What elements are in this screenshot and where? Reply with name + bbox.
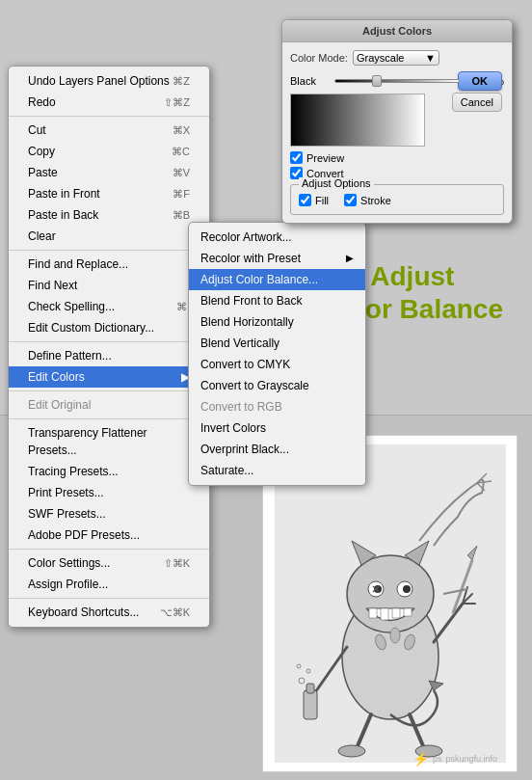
menu-item-undo[interactable]: Undo Layers Panel Options ⌘Z	[9, 70, 209, 92]
svg-rect-13	[381, 608, 388, 620]
submenu-convert-rgb[interactable]: Convert to RGB	[189, 396, 365, 417]
dialog-content: OK Cancel Color Mode: Grayscale ▼ Black …	[282, 42, 512, 223]
fill-checkbox-row: Fill	[299, 194, 329, 206]
top-section: Undo Layers Panel Options ⌘Z Redo ⇧⌘Z Cu…	[0, 0, 532, 415]
dialog-title: Adjust Colors	[282, 20, 512, 42]
svg-rect-14	[392, 608, 400, 618]
preview-label: Preview	[306, 152, 344, 164]
fill-label: Fill	[315, 195, 329, 206]
menu-item-find-next[interactable]: Find Next	[9, 275, 209, 296]
menu-item-redo[interactable]: Redo ⇧⌘Z	[9, 92, 209, 113]
submenu-blend-front-back[interactable]: Blend Front to Back	[189, 290, 365, 311]
svg-point-35	[390, 628, 400, 643]
watermark-url: pskungfu.info	[445, 754, 497, 764]
gradient-preview	[290, 94, 425, 147]
menu-item-edit-colors[interactable]: Edit Colors ▶	[9, 366, 209, 388]
slider-thumb[interactable]	[372, 75, 382, 87]
menu-item-print[interactable]: Print Presets...	[9, 482, 209, 503]
color-mode-select[interactable]: Grayscale ▼	[353, 50, 439, 66]
watermark: ⚡ ps pskungfu.info	[412, 751, 497, 767]
preview-checkbox-row: Preview	[290, 151, 504, 164]
menu-item-copy[interactable]: Copy ⌘C	[9, 141, 209, 162]
menu-item-paste[interactable]: Paste ⌘V	[9, 162, 209, 183]
black-slider[interactable]	[334, 79, 460, 83]
menu-item-keyboard[interactable]: Keyboard Shortcuts... ⌥⌘K	[9, 602, 209, 623]
menu-item-find-replace[interactable]: Find and Replace...	[9, 254, 209, 275]
submenu-overprint-black[interactable]: Overprint Black...	[189, 439, 365, 460]
menu-item-spell-check[interactable]: Check Spelling... ⌘I	[9, 296, 209, 317]
adjust-options-group: Adjust Options Fill Stroke	[290, 184, 504, 215]
preview-checkbox[interactable]	[290, 151, 303, 164]
svg-point-31	[338, 745, 365, 757]
menu-item-color-settings[interactable]: Color Settings... ⇧⌘K	[9, 552, 209, 574]
context-menu: Undo Layers Panel Options ⌘Z Redo ⇧⌘Z Cu…	[8, 66, 210, 628]
submenu-convert-cmyk[interactable]: Convert to CMYK	[189, 354, 365, 375]
menu-item-paste-front[interactable]: Paste in Front ⌘F	[9, 183, 209, 204]
menu-item-tracing[interactable]: Tracing Presets...	[9, 461, 209, 482]
submenu-invert-colors[interactable]: Invert Colors	[189, 417, 365, 439]
stroke-checkbox[interactable]	[344, 194, 357, 206]
menu-item-edit-original[interactable]: Edit Original	[9, 394, 209, 416]
svg-rect-15	[404, 608, 412, 616]
menu-item-transparency[interactable]: Transparency Flattener Presets...	[9, 422, 209, 461]
svg-rect-12	[369, 608, 377, 618]
menu-item-assign-profile[interactable]: Assign Profile...	[9, 574, 209, 595]
submenu-edit-colors: Recolor Artwork... Recolor with Preset ▶…	[188, 222, 366, 486]
adjust-colors-dialog: Adjust Colors OK Cancel Color Mode: Gray…	[281, 19, 513, 224]
submenu-blend-vertically[interactable]: Blend Vertically	[189, 333, 365, 354]
menu-item-clear[interactable]: Clear	[9, 226, 209, 247]
black-label: Black	[290, 75, 329, 87]
menu-item-pdf[interactable]: Adobe PDF Presets...	[9, 524, 209, 546]
adjust-options-legend: Adjust Options	[299, 177, 374, 189]
cancel-button[interactable]: Cancel	[452, 93, 502, 112]
watermark-brand: ps	[433, 754, 442, 764]
submenu-recolor-preset[interactable]: Recolor with Preset ▶	[189, 248, 365, 269]
menu-divider-6	[9, 549, 209, 550]
menu-item-cut[interactable]: Cut ⌘X	[9, 120, 209, 141]
menu-item-paste-back[interactable]: Paste in Back ⌘B	[9, 204, 209, 226]
menu-item-define-pattern[interactable]: Define Pattern...	[9, 345, 209, 366]
menu-item-swf[interactable]: SWF Presets...	[9, 503, 209, 524]
color-mode-row: Color Mode: Grayscale ▼	[290, 50, 504, 66]
submenu-recolor-artwork[interactable]: Recolor Artwork...	[189, 227, 365, 248]
submenu-blend-horizontally[interactable]: Blend Horizontally	[189, 311, 365, 333]
stroke-checkbox-row: Stroke	[344, 194, 391, 206]
submenu-adjust-color-balance[interactable]: Adjust Color Balance...	[189, 269, 365, 290]
submenu-saturate[interactable]: Saturate...	[189, 460, 365, 481]
stroke-label: Stroke	[360, 195, 391, 206]
svg-rect-18	[306, 684, 314, 693]
menu-divider-3	[9, 341, 209, 342]
menu-divider-1	[9, 116, 209, 117]
menu-divider-5	[9, 418, 209, 419]
monster-illustration	[275, 444, 506, 763]
fill-checkbox[interactable]	[299, 194, 311, 206]
svg-rect-17	[304, 690, 317, 719]
submenu-convert-grayscale[interactable]: Convert to Grayscale	[189, 375, 365, 396]
ok-button[interactable]: OK	[458, 71, 503, 91]
svg-point-8	[403, 585, 411, 593]
menu-divider-7	[9, 598, 209, 599]
menu-divider-2	[9, 250, 209, 251]
menu-divider-4	[9, 390, 209, 391]
color-mode-label: Color Mode:	[290, 52, 348, 64]
menu-item-custom-dict[interactable]: Edit Custom Dictionary...	[9, 317, 209, 338]
